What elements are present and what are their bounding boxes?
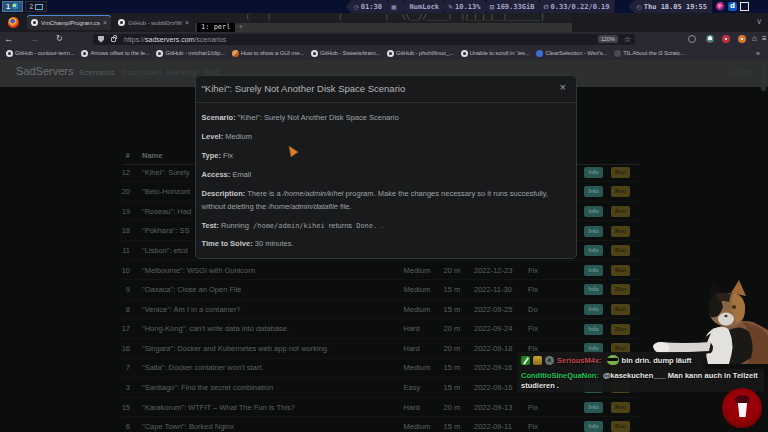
tray-d-icon[interactable]: d — [728, 2, 737, 11]
nav-scenarios[interactable]: Scenarios — [79, 68, 115, 77]
reload-button[interactable]: ↻ — [56, 32, 63, 46]
back-button[interactable]: ← — [4, 32, 13, 46]
bookmark-item[interactable]: How to show a GUI me... — [232, 50, 304, 57]
tab-close-icon[interactable]: × — [185, 19, 189, 26]
info-button[interactable]: Info — [584, 265, 603, 276]
url-bar[interactable]: https://sadservers.com/scenarios 120% ☆ — [93, 34, 635, 45]
test-label: Test: — [202, 221, 219, 230]
login-link[interactable]: Log In — [730, 68, 752, 77]
bookmarks-overflow-chevron[interactable]: » — [756, 50, 760, 57]
status-module: ⊟169.33GiB — [481, 0, 539, 13]
github-bookmark-icon — [81, 50, 88, 57]
info-button[interactable]: Info — [584, 186, 603, 197]
row-num: 12 — [91, 163, 130, 183]
datafile-path: /home/admin/datafile — [268, 202, 338, 211]
run-button[interactable]: Run — [611, 402, 630, 413]
webcam-cat — [645, 272, 768, 364]
info-button[interactable]: Info — [584, 167, 603, 178]
modal-divider — [196, 102, 576, 103]
status-module-text: 0.33/0.22/0.19 — [551, 3, 610, 11]
row-num: 18 — [91, 221, 130, 241]
info-button[interactable]: Info — [584, 226, 603, 237]
run-button[interactable]: Run — [611, 186, 630, 197]
bookmark-item[interactable]: TIL About the i3 Scratc... — [614, 50, 685, 57]
bookmark-item[interactable]: Unable to scroll in `les... — [461, 50, 530, 57]
firefox-icon — [8, 17, 19, 28]
status-module-icon: ✎ — [448, 3, 453, 10]
forward-button[interactable]: → — [30, 32, 39, 46]
run-button[interactable]: Run — [611, 265, 630, 276]
lock-icon[interactable] — [111, 37, 116, 42]
tab-vmchamp[interactable]: VmChamp/Program.cs a × — [27, 15, 111, 30]
info-button[interactable]: Info — [584, 402, 603, 413]
share-icon[interactable]: ⌂ — [752, 34, 757, 43]
row-level: Medium — [404, 280, 431, 300]
extension-icon-3[interactable] — [722, 35, 730, 43]
info-button[interactable]: Info — [584, 304, 603, 315]
row-level: Easy — [404, 378, 421, 398]
bookmark-item[interactable]: ClearSelection - Wez's... — [536, 50, 607, 57]
bookmark-item[interactable]: GitHub - phuhl/linux_... — [387, 50, 453, 57]
run-button[interactable]: Run — [611, 324, 630, 335]
tab-list-chevron-icon[interactable]: ∨ — [756, 17, 762, 26]
run-button[interactable]: Run — [611, 245, 630, 256]
row-name: "Singara": Docker and Kubernetes web app… — [142, 339, 329, 359]
clock-text: Thu 18.05 19:55 — [644, 3, 707, 11]
tab-github-wubbl0rz[interactable]: GitHub - wubbl0rz/Widr × — [114, 15, 193, 30]
row-name: "Kihei": Surely — [142, 163, 189, 183]
bookmark-star-icon[interactable]: ☆ — [624, 35, 631, 44]
row-date: 2022-09-25 — [474, 300, 512, 320]
status-module-icon: ◷ — [354, 3, 359, 10]
zoom-level-badge[interactable]: 120% — [598, 35, 618, 43]
hamburger-menu-icon[interactable]: ≡ — [762, 32, 767, 46]
run-button[interactable]: Run — [611, 304, 630, 315]
row-date: 2022-09-24 — [474, 319, 512, 339]
info-button[interactable]: Info — [584, 206, 603, 217]
bookmark-item[interactable]: GitHub - contour-term... — [6, 50, 74, 57]
run-button[interactable]: Run — [611, 284, 630, 295]
row-name: "Hong-Kong": can't write data into datab… — [142, 319, 289, 339]
info-button[interactable]: Info — [584, 245, 603, 256]
info-button[interactable]: Info — [584, 421, 603, 432]
tab-close-icon[interactable]: × — [103, 19, 107, 26]
row-name: "Roseau": Had — [142, 202, 191, 222]
bookmark-item[interactable]: Arrows offset to the le... — [81, 50, 149, 57]
run-button[interactable]: Run — [611, 167, 630, 178]
nav-dashboard[interactable]: Dashboard — [122, 68, 161, 77]
tray-window-icon[interactable] — [740, 2, 749, 11]
status-module-icon: ▦ — [391, 3, 397, 10]
row-name: "Salta": Docker container won't start. — [142, 358, 263, 378]
status-module: NumLock — [400, 0, 445, 13]
extension-icon-1[interactable] — [688, 35, 696, 43]
tmux-window-label[interactable]: 1: perl — [197, 23, 235, 33]
site-brand[interactable]: SadServers — [16, 65, 73, 77]
info-button[interactable]: Info — [584, 284, 603, 295]
modal-close-icon[interactable]: × — [560, 81, 566, 93]
row-date: 2022-11-30 — [474, 280, 512, 300]
bookmark-item[interactable]: GitHub - mrichar1/clip... — [156, 50, 224, 57]
row-name: "Oaxaca": Close an Open File — [142, 280, 242, 300]
tracking-shield-icon[interactable] — [98, 36, 104, 43]
bookmark-label: TIL About the i3 Scratc... — [623, 50, 685, 56]
bookmark-label: How to show a GUI me... — [241, 50, 304, 56]
status-module-text: 169.33GiB — [496, 3, 534, 11]
run-button[interactable]: Run — [611, 206, 630, 217]
bookmark-item[interactable]: GitHub - Sweets/tiram... — [311, 50, 380, 57]
extension-icon-2[interactable] — [706, 35, 714, 43]
tray-app-icon[interactable] — [716, 2, 725, 11]
stream-logo-button[interactable] — [722, 388, 762, 428]
row-level: Hard — [404, 398, 420, 418]
row-num: 7 — [91, 358, 130, 378]
workspace-1[interactable]: 1 — [2, 1, 23, 12]
row-num: 20 — [91, 182, 130, 202]
github-bookmark-icon — [311, 50, 318, 57]
run-button[interactable]: Run — [611, 421, 630, 432]
workspace-2[interactable]: 2 — [25, 1, 47, 12]
frog-sunglasses-emote — [607, 355, 619, 365]
nav-ranking[interactable]: Ranking — [167, 68, 196, 77]
row-time: 15 m — [444, 358, 461, 378]
scrollbar-thumb[interactable] — [761, 63, 766, 91]
extension-icon-4[interactable] — [738, 35, 746, 43]
run-button[interactable]: Run — [611, 226, 630, 237]
info-button[interactable]: Info — [584, 324, 603, 335]
